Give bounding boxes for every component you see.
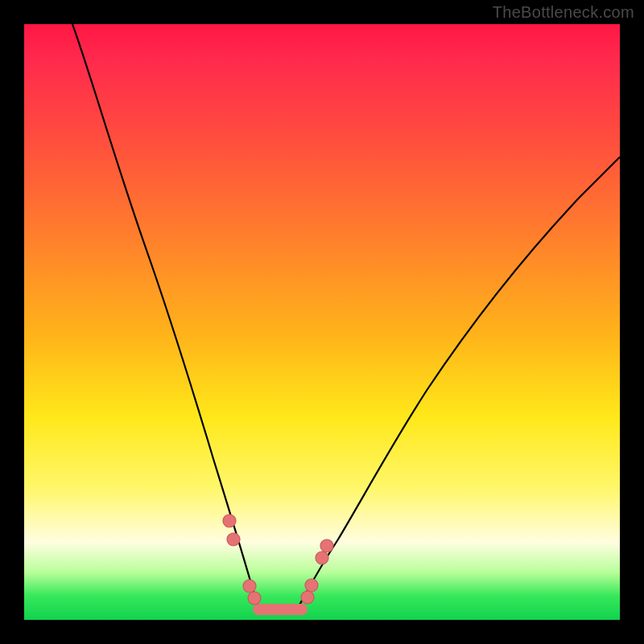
marker-dot <box>316 551 328 564</box>
marker-dot <box>301 591 314 604</box>
highlight-markers <box>223 514 333 605</box>
right-branch-curve <box>298 157 620 608</box>
marker-dot <box>248 592 261 605</box>
chart-frame: TheBottleneck.com <box>0 0 644 644</box>
marker-dot <box>305 579 318 592</box>
plot-area <box>24 24 620 620</box>
watermark-text: TheBottleneck.com <box>493 3 634 22</box>
marker-dot <box>320 539 333 552</box>
marker-dot <box>223 514 236 527</box>
chart-svg <box>24 24 620 620</box>
marker-dot <box>227 533 240 546</box>
marker-dot <box>243 580 256 592</box>
